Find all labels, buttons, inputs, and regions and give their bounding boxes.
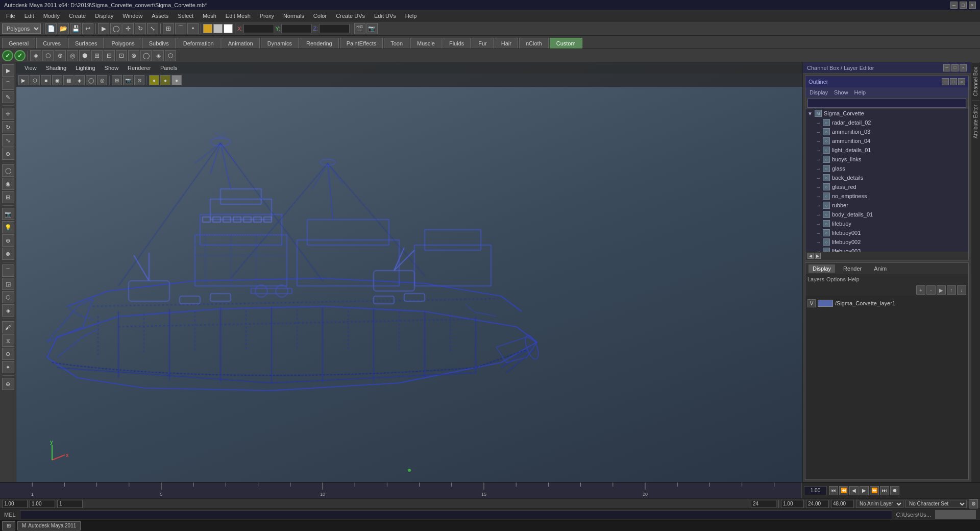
- move-tool-btn[interactable]: ✛: [2, 108, 14, 120]
- joint-btn[interactable]: ⊛: [2, 234, 14, 247]
- vp-isolate-btn[interactable]: ⊙: [134, 75, 144, 85]
- scale-tool-btn[interactable]: ⤡: [2, 134, 14, 147]
- icon-btn-round-2[interactable]: ✓: [14, 50, 26, 61]
- cb-minimize-btn[interactable]: ─: [943, 64, 950, 71]
- start-frame-input[interactable]: [2, 500, 28, 508]
- vp-menu-panels[interactable]: Panels: [156, 64, 182, 72]
- current-time-input[interactable]: [57, 500, 83, 508]
- tab-custom[interactable]: Custom: [550, 38, 582, 49]
- layer-tab-anim[interactable]: Anim: [870, 264, 891, 273]
- outliner-menu-show[interactable]: Show: [832, 89, 850, 95]
- layer-row-sigma[interactable]: V /Sigma_Corvette_layer1: [807, 298, 966, 309]
- maximize-button[interactable]: □: [960, 2, 967, 9]
- menu-proxy[interactable]: Proxy: [256, 12, 278, 20]
- sculpt-btn[interactable]: ◉: [2, 178, 14, 190]
- paint-select-btn[interactable]: ✎: [2, 91, 14, 103]
- outliner-search-input[interactable]: [807, 99, 966, 108]
- transform-tool-btn[interactable]: ⊕: [2, 148, 14, 160]
- vtab-channel-box[interactable]: Channel Box: [972, 62, 979, 100]
- subdiv-btn[interactable]: ◈: [2, 304, 14, 317]
- icon-btn-2[interactable]: ⬡: [42, 50, 54, 61]
- icon-btn-round-1[interactable]: ✓: [2, 50, 13, 61]
- tab-painteffects[interactable]: PaintEffects: [340, 38, 383, 49]
- outliner-item-lifebuoy001[interactable]: → ○ lifebuoy001: [805, 228, 968, 237]
- outliner-minimize-btn[interactable]: ─: [942, 78, 949, 85]
- icon-btn-3[interactable]: ⊕: [55, 50, 66, 61]
- go-start-btn[interactable]: ⏮: [829, 486, 838, 495]
- soft-mod-btn[interactable]: ◯: [2, 164, 14, 177]
- outliner-close-btn[interactable]: ×: [958, 78, 965, 85]
- vp-flat-btn[interactable]: ■: [41, 75, 51, 85]
- menu-display[interactable]: Display: [91, 12, 117, 20]
- vp-menu-show[interactable]: Show: [101, 64, 123, 72]
- outliner-scroll-right[interactable]: ▶: [815, 253, 821, 259]
- start-frame-input2[interactable]: [30, 500, 55, 508]
- vp-menu-renderer[interactable]: Renderer: [124, 64, 155, 72]
- vp-menu-lighting[interactable]: Lighting: [71, 64, 100, 72]
- icon-btn-8[interactable]: ⊡: [116, 50, 127, 61]
- tab-fur[interactable]: Fur: [472, 38, 494, 49]
- icon-btn-10[interactable]: ◯: [140, 50, 152, 61]
- cb-maximize-btn[interactable]: □: [951, 64, 959, 71]
- nav-btn[interactable]: ⊕: [2, 378, 14, 390]
- icon-btn-1[interactable]: ◈: [30, 50, 41, 61]
- lasso-btn[interactable]: ◯: [110, 23, 121, 34]
- taskbar-start-btn[interactable]: ⊞: [2, 521, 15, 530]
- icon-btn-9[interactable]: ⊗: [128, 50, 139, 61]
- vp-cam-btn[interactable]: 📷: [123, 75, 133, 85]
- selection-tool-btn[interactable]: ▶: [2, 64, 14, 77]
- snap-curve-btn[interactable]: ⌒: [175, 23, 186, 34]
- vp-wireframe-btn[interactable]: ⬡: [30, 75, 40, 85]
- menu-normals[interactable]: Normals: [279, 12, 308, 20]
- outliner-item-lifebuoy003[interactable]: → ○ lifebuoy003: [805, 247, 968, 252]
- vp-textured-btn[interactable]: ▦: [63, 75, 74, 85]
- menu-select[interactable]: Select: [174, 12, 198, 20]
- outliner-menu-help[interactable]: Help: [852, 89, 868, 95]
- deform-btn[interactable]: ⧖: [2, 334, 14, 347]
- constraint-btn[interactable]: ⊙: [2, 348, 14, 360]
- tab-curves[interactable]: Curves: [36, 38, 67, 49]
- light-btn[interactable]: 💡: [2, 221, 14, 233]
- outliner-item-rubber[interactable]: → ○ rubber: [805, 201, 968, 210]
- layer-tab-display[interactable]: Display: [808, 264, 835, 273]
- layer-menu-layers[interactable]: Layers: [807, 276, 824, 282]
- record-btn[interactable]: ⏺: [890, 486, 899, 495]
- outliner-item-radar-detail[interactable]: → ○ radar_detail_02: [805, 118, 968, 127]
- icon-btn-7[interactable]: ⊟: [104, 50, 115, 61]
- timeline-ruler[interactable]: 15101520: [0, 482, 801, 498]
- vp-select-btn[interactable]: ▶: [18, 75, 29, 85]
- layer-menu-help[interactable]: Help: [848, 276, 860, 282]
- end-frame-input[interactable]: [751, 500, 776, 508]
- outliner-item-back-details[interactable]: → ○ back_details: [805, 173, 968, 182]
- outliner-item-glass-red[interactable]: → ○ glass_red: [805, 182, 968, 191]
- play-fwd-btn[interactable]: ▶: [860, 486, 869, 495]
- command-line-input[interactable]: [20, 510, 892, 519]
- layer-create-btn[interactable]: +: [916, 285, 925, 295]
- rotate-tool-btn[interactable]: ↻: [2, 121, 14, 133]
- layer-select-btn[interactable]: ▶: [937, 285, 946, 295]
- rotate-btn[interactable]: ↻: [135, 23, 146, 34]
- curve-btn[interactable]: ⌒: [2, 264, 14, 277]
- outliner-menu-display[interactable]: Display: [807, 89, 830, 95]
- vp-light2-btn[interactable]: ●: [160, 75, 170, 85]
- cb-close-btn[interactable]: ×: [960, 64, 967, 71]
- tab-surfaces[interactable]: Surfaces: [68, 38, 104, 49]
- char-set-dropdown[interactable]: No Character Set: [905, 500, 967, 508]
- tab-deformation[interactable]: Deformation: [177, 38, 220, 49]
- outliner-item-ammunition-03[interactable]: → ○ ammunition_03: [805, 127, 968, 136]
- tab-hair[interactable]: Hair: [495, 38, 518, 49]
- vp-light1-btn[interactable]: ●: [149, 75, 159, 85]
- menu-create[interactable]: Create: [65, 12, 90, 20]
- tab-fluids[interactable]: Fluids: [443, 38, 471, 49]
- translate-btn[interactable]: ✛: [122, 23, 134, 34]
- icon-btn-12[interactable]: ⬡: [165, 50, 176, 61]
- anim-layer-dropdown[interactable]: No Anim Layer: [856, 500, 903, 508]
- vp-grid-btn[interactable]: ⊞: [112, 75, 122, 85]
- icon-btn-5[interactable]: ⬢: [79, 50, 90, 61]
- outliner-scroll-bar[interactable]: ◀ ▶: [805, 252, 968, 260]
- layer-move-dn-btn[interactable]: ↓: [957, 285, 966, 295]
- x-input[interactable]: [243, 24, 274, 33]
- vp-ambient-btn[interactable]: ◈: [75, 75, 85, 85]
- save-scene-btn[interactable]: 💾: [70, 23, 81, 34]
- undo-btn[interactable]: ↩: [82, 23, 93, 34]
